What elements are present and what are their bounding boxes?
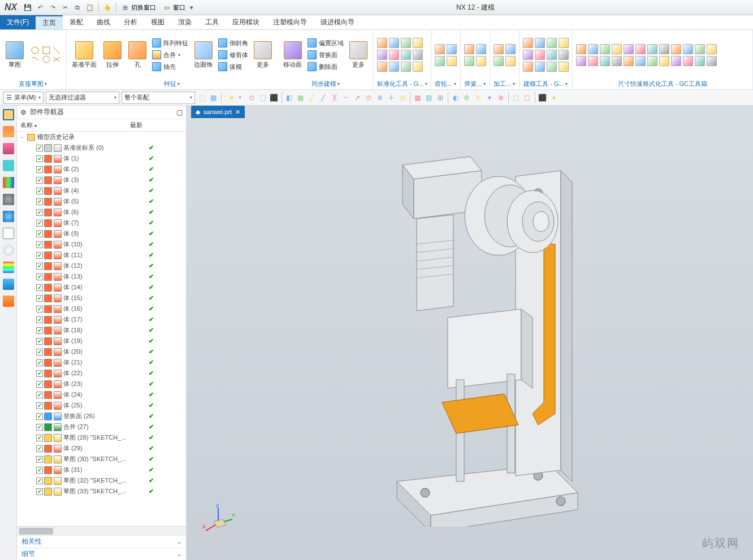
show-hide-icon[interactable] (3, 194, 14, 205)
tree-item[interactable]: 体 (14)✔ (17, 282, 186, 293)
tree-item[interactable]: 体 (23)✔ (17, 379, 186, 389)
roles-icon[interactable] (3, 177, 14, 188)
ribbon-tool-icon[interactable] (476, 56, 486, 66)
ribbon-tool-icon[interactable] (535, 38, 545, 48)
ribbon-tool-icon[interactable] (535, 50, 545, 60)
window-icon[interactable]: ▭ (162, 2, 172, 12)
tree-item[interactable]: 体 (24)✔ (17, 389, 186, 400)
tree-item[interactable]: 体 (2)✔ (17, 164, 186, 175)
selection-tool-icon[interactable]: ▾ (484, 93, 495, 103)
shell-button[interactable]: 抽壳 (151, 62, 189, 72)
history-icon[interactable] (3, 245, 14, 256)
menu-tab-8[interactable]: 注塑模向导 (266, 15, 314, 29)
ribbon-tool-icon[interactable] (635, 56, 646, 66)
document-tab[interactable]: ◆ sanwei.prt ✕ (191, 106, 245, 118)
tree-item[interactable]: 体 (6)✔ (17, 207, 186, 218)
edge-blend-button[interactable]: 边圆饰 (192, 40, 215, 70)
ribbon-tool-icon[interactable] (707, 56, 717, 66)
ribbon-tool-icon[interactable] (600, 44, 610, 54)
ribbon-tool-icon[interactable] (413, 38, 423, 48)
tree-item[interactable]: 体 (18)✔ (17, 325, 186, 336)
checkbox-icon[interactable] (36, 338, 43, 345)
file-menu[interactable]: 文件(F) (0, 15, 36, 29)
ribbon-tool-icon[interactable] (695, 44, 705, 54)
selection-tool-icon[interactable]: ⬛ (538, 93, 548, 103)
checkbox-icon[interactable] (36, 435, 43, 441)
save-icon[interactable]: 💾 (23, 2, 33, 12)
tree-item[interactable]: 体 (19)✔ (17, 336, 186, 346)
selection-tool-icon[interactable]: ▢ (522, 93, 533, 103)
ribbon-tool-icon[interactable] (635, 44, 646, 54)
checkbox-icon[interactable] (36, 456, 43, 463)
selection-filter-combo[interactable]: 无选择过滤器▾ (46, 92, 119, 104)
ribbon-tool-icon[interactable] (671, 56, 681, 66)
tree-item[interactable]: 体 (25)✔ (17, 400, 186, 411)
checkbox-icon[interactable] (36, 284, 43, 291)
ribbon-tool-icon[interactable] (447, 44, 457, 54)
ribbon-tool-icon[interactable] (647, 56, 657, 66)
checkbox-icon[interactable] (36, 349, 43, 355)
tree-item[interactable]: 体 (22)✔ (17, 368, 186, 379)
assembly-navigator-icon[interactable] (3, 126, 14, 137)
ribbon-tool-icon[interactable] (413, 62, 423, 72)
checkbox-icon[interactable] (36, 241, 43, 248)
checkbox-icon[interactable] (36, 370, 43, 377)
ribbon-tool-icon[interactable] (535, 62, 545, 72)
checkbox-icon[interactable] (36, 306, 43, 312)
ribbon-tool-icon[interactable] (377, 38, 387, 48)
selection-tool-icon[interactable]: ▾ (549, 93, 559, 103)
ribbon-tool-icon[interactable] (401, 50, 411, 60)
menu-tab-0[interactable]: 主页 (36, 15, 63, 29)
tree-item[interactable]: 体 (10)✔ (17, 239, 186, 250)
ribbon-tool-icon[interactable] (588, 56, 598, 66)
checkbox-icon[interactable] (36, 252, 43, 259)
chamfer-button[interactable]: 倒斜角 (217, 38, 249, 48)
ribbon-tool-icon[interactable] (435, 56, 445, 66)
tree-item[interactable]: 体 (9)✔ (17, 228, 186, 239)
tree-item[interactable]: 体 (4)✔ (17, 185, 186, 196)
tree-item[interactable]: 体 (3)✔ (17, 175, 186, 185)
copy-icon[interactable]: ⧉ (72, 2, 83, 12)
menu-tab-4[interactable]: 视图 (144, 15, 171, 29)
ribbon-tool-icon[interactable] (389, 50, 399, 60)
checkbox-icon[interactable] (36, 392, 43, 398)
tree-item[interactable]: 体 (1)✔ (17, 153, 186, 164)
constraint-navigator-icon[interactable] (3, 143, 14, 154)
ribbon-tool-icon[interactable] (683, 56, 693, 66)
more-sync-button[interactable]: 更多 (347, 40, 370, 70)
tree-item[interactable]: 替换面 (26)✔ (17, 411, 186, 422)
selection-tool-icon[interactable]: • (235, 93, 245, 103)
tree-item[interactable]: 体 (21)✔ (17, 357, 186, 368)
extrude-button[interactable]: 拉伸 (101, 40, 124, 70)
ribbon-tool-icon[interactable] (647, 44, 657, 54)
checkbox-icon[interactable] (36, 316, 43, 323)
ribbon-tool-icon[interactable] (588, 44, 598, 54)
3d-viewport[interactable]: ◆ sanwei.prt ✕ (187, 106, 753, 560)
selection-tool-icon[interactable]: ▦ (413, 93, 423, 103)
ribbon-tool-icon[interactable] (559, 50, 569, 60)
checkbox-icon[interactable] (36, 413, 43, 420)
window-label[interactable]: 窗口 (173, 3, 185, 12)
selection-tool-icon[interactable]: ⊙ (363, 93, 374, 103)
selection-tool-icon[interactable]: ⬛ (269, 93, 279, 103)
paste-icon[interactable]: 📋 (85, 2, 95, 12)
ribbon-tool-icon[interactable] (695, 56, 705, 66)
ribbon-tool-icon[interactable] (659, 56, 669, 66)
offset-region-button[interactable]: 偏置区域 (306, 38, 345, 48)
selection-tool-icon[interactable]: ╳ (330, 93, 340, 103)
menu-tab-6[interactable]: 工具 (198, 15, 226, 29)
close-tab-icon[interactable]: ✕ (235, 108, 240, 116)
checkbox-icon[interactable] (36, 231, 43, 237)
tree-item[interactable]: 草图 (33) "SKETCH_...✔ (17, 486, 186, 497)
part-navigator-icon[interactable] (3, 109, 14, 120)
checkbox-icon[interactable] (36, 295, 43, 302)
ribbon-tool-icon[interactable] (624, 56, 634, 66)
selection-tool-icon[interactable]: ✛ (386, 93, 396, 103)
selection-tool-icon[interactable]: ↻ (473, 93, 483, 103)
ribbon-tool-icon[interactable] (559, 62, 569, 72)
ribbon-tool-icon[interactable] (576, 56, 586, 66)
selection-tool-icon[interactable]: ╱ (318, 93, 328, 103)
selection-tool-icon[interactable]: ⬚ (197, 93, 207, 103)
ribbon-tool-icon[interactable] (447, 56, 457, 66)
ribbon-tool-icon[interactable] (707, 44, 717, 54)
